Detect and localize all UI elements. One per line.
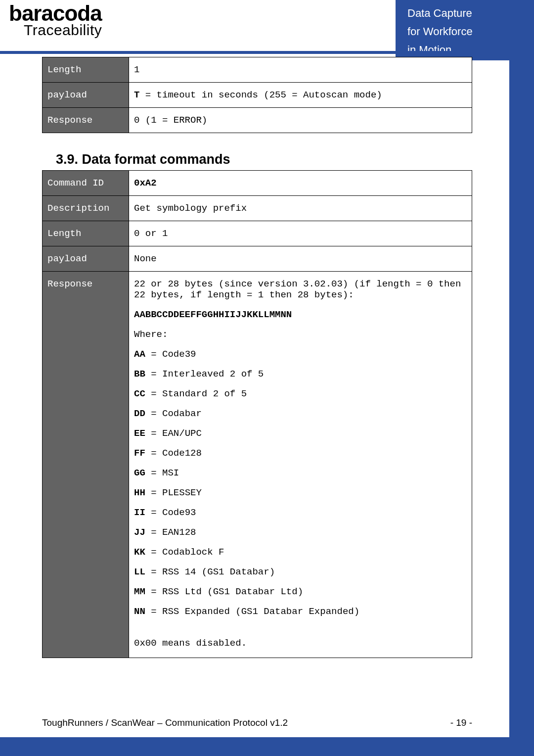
resp-where: Where: [134,329,467,340]
resp-HH: HH = PLESSEY [134,487,467,498]
resp-DD: DD = Codabar [134,408,467,419]
response-value: 0 (1 = ERROR) [129,108,472,133]
resp-AA: AA = Code39 [134,349,467,360]
header-line-3: in Motion [407,41,509,59]
page: baracoda Traceability Data Capture for W… [0,0,509,737]
desc-LL: = RSS 14 (GS1 Databar) [145,567,275,577]
resp-MM: MM = RSS Ltd (GS1 Databar Ltd) [134,586,467,597]
desc-DD: = Codabar [145,408,202,419]
code-EE: EE [134,428,145,439]
payload2-label: payload [43,246,129,272]
length-value: 1 [129,57,472,83]
table-row: payload T = timeout in seconds (255 = Au… [43,83,472,108]
code-II: II [134,507,145,518]
desc-JJ: = EAN128 [145,527,196,538]
resp-CC: CC = Standard 2 of 5 [134,388,467,399]
payload-rest: = timeout in seconds (255 = Autoscan mod… [139,90,382,100]
resp-pattern-bold: AABBCCDDEEFFGGHHIIJJKKLLMMNN [134,309,292,320]
code-MM: MM [134,586,145,597]
header-line-2: for Workforce [407,22,509,41]
length2-value: 0 or 1 [129,221,472,246]
table-row: payload None [43,246,472,272]
resp-GG: GG = MSI [134,468,467,478]
resp-KK: KK = Codablock F [134,547,467,558]
resp-line1: 22 or 28 bytes (since version 3.02.03) (… [134,279,467,300]
logo: baracoda Traceability [9,1,102,39]
desc-MM: = RSS Ltd (GS1 Databar Ltd) [145,586,303,597]
command-id-value: 0xA2 [129,171,472,196]
response2-label: Response [43,272,129,658]
section-title: 3.9. Data format commands [56,152,472,167]
payload-value: T = timeout in seconds (255 = Autoscan m… [129,83,472,108]
desc-II: = Code93 [145,507,196,518]
table-row: Length 0 or 1 [43,221,472,246]
code-HH: HH [134,487,145,498]
desc-GG: = MSI [145,468,179,478]
code-NN: NN [134,606,145,617]
code-LL: LL [134,567,145,577]
code-AA: AA [134,349,145,360]
table-row: Length 1 [43,57,472,83]
response-label: Response [43,108,129,133]
response2-value: 22 or 28 bytes (since version 3.02.03) (… [129,272,472,658]
description-label: Description [43,196,129,221]
command-id-label: Command ID [43,171,129,196]
desc-AA: = Code39 [145,349,196,360]
content: Length 1 payload T = timeout in seconds … [42,57,472,658]
length-label: Length [43,57,129,83]
desc-EE: = EAN/UPC [145,428,202,439]
desc-KK: = Codablock F [145,547,224,558]
length2-label: Length [43,221,129,246]
command-id-bold: 0xA2 [134,178,157,189]
resp-footer: 0x00 means disabled. [134,638,467,649]
code-BB: BB [134,369,145,379]
footer: ToughRunners / ScanWear – Communication … [42,717,472,728]
resp-FF: FF = Code128 [134,448,467,459]
desc-FF: = Code128 [145,448,202,459]
resp-NN: NN = RSS Expanded (GS1 Databar Expanded) [134,606,467,617]
code-KK: KK [134,547,145,558]
payload-bold: T [134,90,139,100]
code-DD: DD [134,408,145,419]
code-GG: GG [134,468,145,478]
desc-HH: = PLESSEY [145,487,202,498]
footer-right: - 19 - [450,717,472,728]
code-FF: FF [134,448,145,459]
resp-BB: BB = Interleaved 2 of 5 [134,369,467,379]
table-row: Response 22 or 28 bytes (since version 3… [43,272,472,658]
code-JJ: JJ [134,527,145,538]
resp-II: II = Code93 [134,507,467,518]
header-line-1: Data Capture [407,4,509,22]
table-row: Command ID 0xA2 [43,171,472,196]
table-2: Command ID 0xA2 Description Get symbolog… [42,170,472,658]
resp-EE: EE = EAN/UPC [134,428,467,439]
payload2-value: None [129,246,472,272]
resp-JJ: JJ = EAN128 [134,527,467,538]
payload-label: payload [43,83,129,108]
code-CC: CC [134,388,145,399]
header-divider [0,51,509,54]
footer-left: ToughRunners / ScanWear – Communication … [42,717,288,728]
resp-pattern: AABBCCDDEEFFGGHHIIJJKKLLMMNN [134,309,467,320]
header: baracoda Traceability Data Capture for W… [0,0,509,52]
table-row: Description Get symbology prefix [43,196,472,221]
desc-BB: = Interleaved 2 of 5 [145,369,264,379]
desc-NN: = RSS Expanded (GS1 Databar Expanded) [145,606,359,617]
table-row: Response 0 (1 = ERROR) [43,108,472,133]
resp-LL: LL = RSS 14 (GS1 Databar) [134,567,467,577]
desc-CC: = Standard 2 of 5 [145,388,247,399]
description-value: Get symbology prefix [129,196,472,221]
table-1: Length 1 payload T = timeout in seconds … [42,57,472,133]
